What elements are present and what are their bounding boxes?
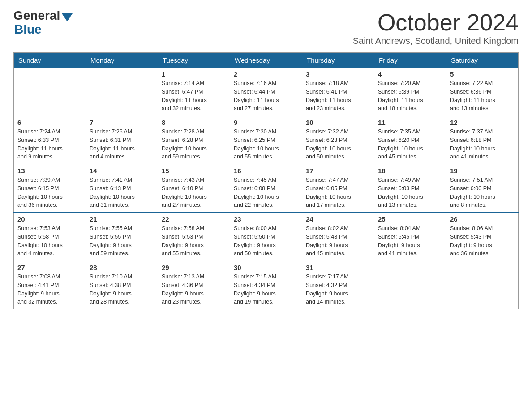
day-number: 17 (306, 167, 370, 175)
day-number: 5 (450, 70, 515, 78)
calendar-cell: 14Sunrise: 7:41 AMSunset: 6:13 PMDayligh… (86, 164, 158, 213)
day-number: 3 (306, 70, 370, 78)
day-number: 18 (378, 167, 442, 175)
calendar-week-1: 1Sunrise: 7:14 AMSunset: 6:47 PMDaylight… (14, 68, 519, 116)
calendar-cell: 17Sunrise: 7:47 AMSunset: 6:05 PMDayligh… (302, 164, 374, 213)
logo: General Blue (13, 9, 73, 37)
calendar-cell: 15Sunrise: 7:43 AMSunset: 6:10 PMDayligh… (158, 164, 230, 213)
day-number: 8 (162, 119, 226, 126)
calendar-cell: 20Sunrise: 7:53 AMSunset: 5:58 PMDayligh… (14, 213, 86, 261)
day-number: 13 (17, 167, 82, 175)
day-number: 29 (162, 264, 226, 271)
calendar-cell: 24Sunrise: 8:02 AMSunset: 5:48 PMDayligh… (302, 213, 374, 261)
day-info: Sunrise: 7:16 AMSunset: 6:44 PMDaylight:… (234, 79, 298, 113)
calendar-cell: 3Sunrise: 7:18 AMSunset: 6:41 PMDaylight… (302, 68, 374, 116)
day-number: 31 (306, 264, 370, 271)
day-info: Sunrise: 7:45 AMSunset: 6:08 PMDaylight:… (234, 176, 298, 210)
day-number: 25 (378, 215, 442, 223)
calendar-cell: 26Sunrise: 8:06 AMSunset: 5:43 PMDayligh… (446, 213, 519, 261)
day-info: Sunrise: 7:55 AMSunset: 5:55 PMDaylight:… (90, 224, 154, 258)
day-number: 27 (17, 264, 82, 271)
calendar-cell: 2Sunrise: 7:16 AMSunset: 6:44 PMDaylight… (230, 68, 302, 116)
calendar-cell: 9Sunrise: 7:30 AMSunset: 6:25 PMDaylight… (230, 116, 302, 164)
calendar-header-sunday: Sunday (14, 53, 86, 68)
day-number: 16 (234, 167, 298, 175)
calendar-cell (14, 68, 86, 116)
day-number: 14 (90, 167, 154, 175)
day-number: 11 (378, 119, 442, 126)
day-number: 22 (162, 215, 226, 223)
day-info: Sunrise: 7:32 AMSunset: 6:23 PMDaylight:… (306, 128, 370, 161)
calendar-cell: 7Sunrise: 7:26 AMSunset: 6:31 PMDaylight… (86, 116, 158, 164)
day-number: 2 (234, 70, 298, 78)
day-number: 4 (378, 70, 442, 78)
calendar-header-row: SundayMondayTuesdayWednesdayThursdayFrid… (14, 53, 519, 68)
calendar-cell: 30Sunrise: 7:15 AMSunset: 4:34 PMDayligh… (230, 261, 302, 309)
calendar-cell: 11Sunrise: 7:35 AMSunset: 6:20 PMDayligh… (374, 116, 446, 164)
calendar-cell (86, 68, 158, 116)
calendar-header-friday: Friday (374, 53, 446, 68)
day-number: 1 (162, 70, 226, 78)
calendar-week-5: 27Sunrise: 7:08 AMSunset: 4:41 PMDayligh… (14, 261, 519, 309)
day-number: 24 (306, 215, 370, 223)
day-info: Sunrise: 8:02 AMSunset: 5:48 PMDaylight:… (306, 224, 370, 258)
day-number: 28 (90, 264, 154, 271)
day-info: Sunrise: 7:30 AMSunset: 6:25 PMDaylight:… (234, 128, 298, 161)
day-number: 19 (450, 167, 515, 175)
calendar-cell: 25Sunrise: 8:04 AMSunset: 5:45 PMDayligh… (374, 213, 446, 261)
day-info: Sunrise: 7:17 AMSunset: 4:32 PMDaylight:… (306, 273, 370, 306)
calendar-cell: 8Sunrise: 7:28 AMSunset: 6:28 PMDaylight… (158, 116, 230, 164)
logo-general-text: General (13, 9, 60, 23)
calendar-header-saturday: Saturday (446, 53, 519, 68)
day-info: Sunrise: 7:13 AMSunset: 4:36 PMDaylight:… (162, 273, 226, 306)
calendar-cell: 31Sunrise: 7:17 AMSunset: 4:32 PMDayligh… (302, 261, 374, 309)
day-number: 21 (90, 215, 154, 223)
day-info: Sunrise: 7:10 AMSunset: 4:38 PMDaylight:… (90, 273, 154, 306)
day-info: Sunrise: 7:26 AMSunset: 6:31 PMDaylight:… (90, 128, 154, 161)
calendar-header-thursday: Thursday (302, 53, 374, 68)
day-info: Sunrise: 7:37 AMSunset: 6:18 PMDaylight:… (450, 128, 515, 161)
day-info: Sunrise: 8:04 AMSunset: 5:45 PMDaylight:… (378, 224, 442, 258)
calendar-cell: 4Sunrise: 7:20 AMSunset: 6:39 PMDaylight… (374, 68, 446, 116)
day-info: Sunrise: 7:47 AMSunset: 6:05 PMDaylight:… (306, 176, 370, 210)
calendar: SundayMondayTuesdayWednesdayThursdayFrid… (13, 52, 519, 309)
logo-arrow-icon (62, 13, 73, 21)
month-title: October 2024 (353, 9, 519, 36)
day-info: Sunrise: 7:20 AMSunset: 6:39 PMDaylight:… (378, 79, 442, 113)
day-info: Sunrise: 7:51 AMSunset: 6:00 PMDaylight:… (450, 176, 515, 210)
calendar-header-tuesday: Tuesday (158, 53, 230, 68)
calendar-cell: 12Sunrise: 7:37 AMSunset: 6:18 PMDayligh… (446, 116, 519, 164)
day-info: Sunrise: 7:35 AMSunset: 6:20 PMDaylight:… (378, 128, 442, 161)
location-title: Saint Andrews, Scotland, United Kingdom (353, 36, 519, 46)
calendar-cell: 27Sunrise: 7:08 AMSunset: 4:41 PMDayligh… (14, 261, 86, 309)
calendar-cell: 23Sunrise: 8:00 AMSunset: 5:50 PMDayligh… (230, 213, 302, 261)
calendar-cell (446, 261, 519, 309)
calendar-cell: 16Sunrise: 7:45 AMSunset: 6:08 PMDayligh… (230, 164, 302, 213)
calendar-header-monday: Monday (86, 53, 158, 68)
day-number: 7 (90, 119, 154, 126)
day-number: 20 (17, 215, 82, 223)
calendar-cell: 28Sunrise: 7:10 AMSunset: 4:38 PMDayligh… (86, 261, 158, 309)
day-info: Sunrise: 7:22 AMSunset: 6:36 PMDaylight:… (450, 79, 515, 113)
day-number: 10 (306, 119, 370, 126)
calendar-cell: 19Sunrise: 7:51 AMSunset: 6:00 PMDayligh… (446, 164, 519, 213)
day-number: 23 (234, 215, 298, 223)
day-info: Sunrise: 7:49 AMSunset: 6:03 PMDaylight:… (378, 176, 442, 210)
day-info: Sunrise: 7:39 AMSunset: 6:15 PMDaylight:… (17, 176, 82, 210)
day-number: 12 (450, 119, 515, 126)
calendar-cell: 10Sunrise: 7:32 AMSunset: 6:23 PMDayligh… (302, 116, 374, 164)
day-info: Sunrise: 8:00 AMSunset: 5:50 PMDaylight:… (234, 224, 298, 258)
calendar-cell: 6Sunrise: 7:24 AMSunset: 6:33 PMDaylight… (14, 116, 86, 164)
day-info: Sunrise: 7:58 AMSunset: 5:53 PMDaylight:… (162, 224, 226, 258)
calendar-week-2: 6Sunrise: 7:24 AMSunset: 6:33 PMDaylight… (14, 116, 519, 164)
day-number: 9 (234, 119, 298, 126)
calendar-cell: 5Sunrise: 7:22 AMSunset: 6:36 PMDaylight… (446, 68, 519, 116)
day-info: Sunrise: 7:53 AMSunset: 5:58 PMDaylight:… (17, 224, 82, 258)
day-info: Sunrise: 7:08 AMSunset: 4:41 PMDaylight:… (17, 273, 82, 306)
day-info: Sunrise: 7:18 AMSunset: 6:41 PMDaylight:… (306, 79, 370, 113)
calendar-cell: 13Sunrise: 7:39 AMSunset: 6:15 PMDayligh… (14, 164, 86, 213)
calendar-week-4: 20Sunrise: 7:53 AMSunset: 5:58 PMDayligh… (14, 213, 519, 261)
day-info: Sunrise: 7:28 AMSunset: 6:28 PMDaylight:… (162, 128, 226, 161)
day-info: Sunrise: 7:41 AMSunset: 6:13 PMDaylight:… (90, 176, 154, 210)
day-info: Sunrise: 7:43 AMSunset: 6:10 PMDaylight:… (162, 176, 226, 210)
